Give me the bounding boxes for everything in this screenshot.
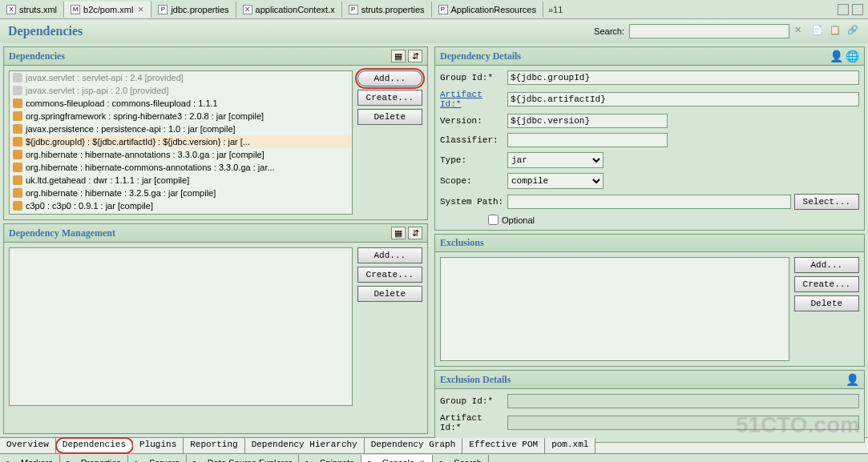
excl-group-id-field bbox=[507, 394, 859, 408]
link-icon[interactable]: 🔗 bbox=[847, 25, 860, 38]
properties-icon: P bbox=[158, 5, 168, 14]
type-label: Type: bbox=[440, 155, 504, 165]
system-path-label: System Path: bbox=[440, 197, 504, 207]
dependencies-list[interactable]: javax.servlet : servlet-api : 2.4 [provi… bbox=[9, 70, 353, 215]
globe-icon[interactable]: 🌐 bbox=[846, 50, 859, 62]
search-input[interactable] bbox=[629, 24, 789, 38]
close-icon[interactable]: ✕ bbox=[138, 6, 144, 14]
close-icon[interactable]: ✕ bbox=[419, 459, 426, 463]
view-tab-data-source-explorer[interactable]: ▪Data Source Explorer bbox=[187, 455, 299, 463]
create-button[interactable]: Create... bbox=[357, 90, 422, 106]
sort-icon[interactable]: ▦ bbox=[391, 50, 406, 62]
section-title: Dependencies bbox=[9, 50, 65, 62]
view-tab-snippets[interactable]: ▪Snippets bbox=[299, 455, 361, 463]
list-item[interactable]: ${jdbc.groupId} : ${jdbc.artifactId} : $… bbox=[10, 135, 352, 148]
pom-tab-reporting[interactable]: Reporting bbox=[184, 438, 244, 453]
pom-tab-dependency-graph[interactable]: Dependency Graph bbox=[365, 438, 463, 453]
jar-icon bbox=[13, 137, 22, 147]
title-bar: Dependencies Search: ✕ 📄 📋 🔗 bbox=[0, 19, 868, 43]
properties-icon: P bbox=[349, 5, 358, 14]
optional-checkbox[interactable] bbox=[488, 215, 499, 225]
list-item[interactable]: org.hibernate : hibernate-commons-annota… bbox=[10, 161, 352, 174]
delete-button[interactable]: Delete bbox=[794, 295, 859, 311]
version-field[interactable] bbox=[507, 114, 668, 128]
list-item[interactable]: uk.ltd.getahead : dwr : 1.1.1 : jar [com… bbox=[10, 174, 352, 187]
refresh-icon[interactable]: 📄 bbox=[812, 25, 825, 38]
view-tab-label: Markers bbox=[21, 458, 53, 463]
view-tab-label: Properties bbox=[81, 458, 121, 463]
pom-tab-overview[interactable]: Overview bbox=[0, 438, 56, 453]
dep-text: javax.persistence : persistence-api : 1.… bbox=[26, 124, 236, 134]
pom-tab-pom.xml[interactable]: pom.xml bbox=[545, 438, 595, 453]
list-item[interactable]: org.hibernate : hibernate-annotations : … bbox=[10, 148, 352, 161]
list-item[interactable]: c3p0 : c3p0 : 0.9.1 : jar [compile] bbox=[10, 199, 352, 212]
group-id-field[interactable] bbox=[507, 70, 859, 85]
tab-pom-xml[interactable]: Mb2c/pom.xml✕ bbox=[64, 2, 151, 18]
scope-select[interactable]: compile bbox=[507, 173, 604, 189]
view-icon: ▪ bbox=[193, 457, 204, 463]
delete-button[interactable]: Delete bbox=[357, 286, 422, 302]
maximize-icon[interactable] bbox=[852, 4, 863, 15]
add-button[interactable]: Add... bbox=[357, 70, 422, 86]
exclusions-list[interactable] bbox=[440, 257, 789, 361]
view-tab-properties[interactable]: ▪Properties bbox=[60, 455, 128, 463]
list-item[interactable]: org.hibernate : hibernate : 3.2.5.ga : j… bbox=[10, 187, 352, 199]
view-tab-servers[interactable]: ▪Servers bbox=[128, 455, 187, 463]
pom-tab-dependency-hierarchy[interactable]: Dependency Hierarchy bbox=[245, 438, 365, 453]
add-button[interactable]: Add... bbox=[357, 247, 422, 263]
pom-tab-effective-pom[interactable]: Effective POM bbox=[462, 438, 545, 453]
view-tab-console[interactable]: ▪Console✕ bbox=[361, 455, 433, 463]
tab-label: ApplicationResources bbox=[451, 5, 536, 14]
select-button[interactable]: Select... bbox=[794, 194, 859, 210]
classifier-field[interactable] bbox=[507, 133, 668, 147]
view-icon: ▪ bbox=[439, 457, 450, 463]
dep-mgmt-list[interactable] bbox=[9, 247, 353, 406]
list-item[interactable]: javax.persistence : persistence-api : 1.… bbox=[10, 123, 352, 135]
jar-icon bbox=[13, 86, 22, 95]
list-item[interactable]: org.springframework : spring-hibernate3 … bbox=[10, 110, 352, 123]
person-icon[interactable]: 👤 bbox=[846, 373, 859, 386]
view-tab-search[interactable]: ▪Search bbox=[433, 455, 489, 463]
xml-icon: X bbox=[6, 5, 16, 14]
tab-struts-properties[interactable]: Pstruts.properties bbox=[342, 2, 432, 18]
sort-icon[interactable]: ▦ bbox=[391, 227, 406, 239]
filter-icon[interactable]: ⇵ bbox=[408, 50, 422, 62]
tab-appcontext[interactable]: XapplicationContext.x bbox=[236, 2, 342, 18]
view-tab-markers[interactable]: ▪Markers bbox=[0, 455, 60, 463]
nav-icon[interactable]: 📋 bbox=[830, 25, 842, 38]
optional-label: Optional bbox=[502, 215, 535, 225]
delete-button[interactable]: Delete bbox=[357, 109, 422, 125]
page-title: Dependencies bbox=[8, 24, 83, 38]
tab-app-resources[interactable]: PApplicationResources bbox=[432, 2, 543, 18]
pom-tab-dependencies[interactable]: Dependencies bbox=[56, 438, 133, 453]
version-label: Version: bbox=[440, 116, 504, 126]
maven-icon: M bbox=[71, 5, 80, 14]
pom-tab-plugins[interactable]: Plugins bbox=[133, 438, 184, 453]
xml-icon: X bbox=[243, 5, 252, 14]
view-icon: ▪ bbox=[135, 457, 146, 463]
minimize-icon[interactable] bbox=[838, 4, 849, 15]
type-select[interactable]: jar bbox=[507, 152, 604, 168]
tab-jdbc-properties[interactable]: Pjdbc.properties bbox=[151, 2, 236, 18]
artifact-id-field[interactable] bbox=[507, 92, 859, 106]
clear-search-icon[interactable]: ✕ bbox=[794, 25, 807, 38]
jar-icon bbox=[13, 150, 22, 159]
dep-text: javax.servlet : servlet-api : 2.4 [provi… bbox=[26, 73, 184, 82]
tab-struts-xml[interactable]: Xstruts.xml bbox=[0, 2, 64, 18]
dependencies-section: Dependencies ▦ ⇵ javax.servlet : servlet… bbox=[3, 46, 428, 220]
list-item[interactable]: javax.servlet : jsp-api : 2.0 [provided] bbox=[10, 84, 352, 97]
create-button[interactable]: Create... bbox=[794, 276, 859, 292]
create-button[interactable]: Create... bbox=[357, 267, 422, 283]
artifact-id-label[interactable]: Artifact Id:* bbox=[440, 90, 504, 109]
dep-text: org.hibernate : hibernate-annotations : … bbox=[26, 150, 264, 159]
tab-overflow[interactable]: »11 bbox=[543, 5, 567, 14]
add-button[interactable]: Add... bbox=[794, 257, 859, 273]
person-icon[interactable]: 👤 bbox=[830, 50, 843, 62]
dependency-management-section: Dependency Management ▦ ⇵ Add... Create.… bbox=[3, 223, 428, 434]
system-path-field[interactable] bbox=[507, 195, 791, 209]
tab-label: struts.properties bbox=[361, 5, 425, 14]
list-item[interactable]: javax.servlet : servlet-api : 2.4 [provi… bbox=[10, 71, 352, 84]
filter-icon[interactable]: ⇵ bbox=[408, 227, 422, 239]
jar-icon bbox=[13, 175, 22, 185]
list-item[interactable]: commons-fileupload : commons-fileupload … bbox=[10, 97, 352, 110]
